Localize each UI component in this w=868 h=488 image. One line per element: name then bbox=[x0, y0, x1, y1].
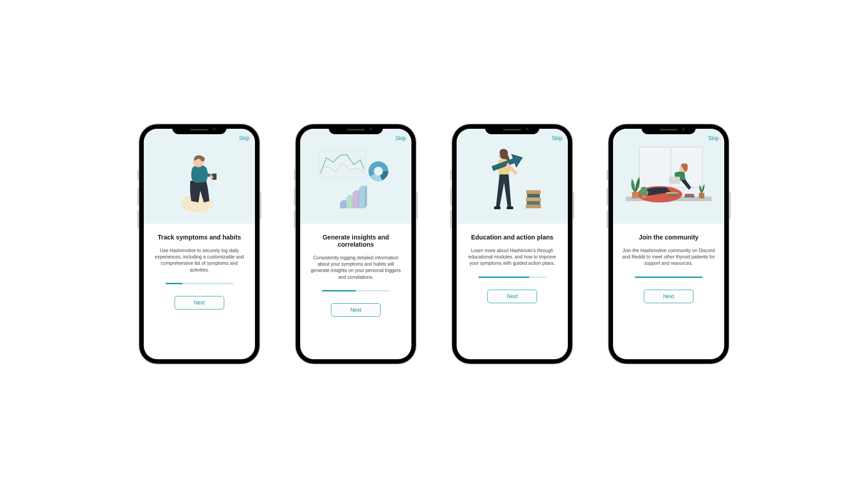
svg-rect-21 bbox=[494, 206, 500, 209]
hero-area: Skip bbox=[613, 129, 724, 224]
svg-point-33 bbox=[640, 187, 647, 196]
onboarding-screen-3: Skip bbox=[457, 129, 568, 359]
illustration-education bbox=[476, 146, 548, 214]
onboarding-screen-4: Skip bbox=[613, 129, 724, 359]
svg-rect-11 bbox=[340, 203, 345, 208]
content-area: Generate insights and correlations Consi… bbox=[300, 224, 411, 359]
svg-rect-31 bbox=[632, 192, 638, 198]
next-button[interactable]: Next bbox=[175, 296, 224, 310]
svg-rect-13 bbox=[353, 193, 358, 208]
svg-point-10 bbox=[374, 167, 383, 176]
progress-bar bbox=[165, 283, 233, 284]
skip-button[interactable]: Skip bbox=[708, 135, 719, 141]
svg-rect-39 bbox=[685, 194, 694, 196]
svg-point-4 bbox=[200, 157, 205, 161]
progress-bar bbox=[635, 277, 703, 278]
phone-mockup-1: Skip Track symptoms and habits bbox=[139, 124, 259, 364]
onboarding-description: Learn more about Hashimoto's through edu… bbox=[465, 247, 560, 267]
onboarding-screen-2: Skip bbox=[300, 129, 411, 359]
progress-fill bbox=[478, 277, 529, 278]
svg-rect-14 bbox=[359, 188, 364, 208]
svg-rect-37 bbox=[666, 192, 678, 194]
svg-rect-22 bbox=[507, 206, 513, 209]
svg-rect-30 bbox=[669, 177, 680, 184]
svg-rect-19 bbox=[526, 190, 541, 194]
skip-button[interactable]: Skip bbox=[239, 135, 250, 141]
onboarding-title: Generate insights and correlations bbox=[308, 234, 403, 248]
onboarding-description: Join the Hashimotive community on Discor… bbox=[621, 247, 716, 267]
onboarding-screen-1: Skip Track symptoms and habits bbox=[144, 129, 255, 359]
svg-rect-16 bbox=[527, 201, 540, 205]
content-area: Education and action plans Learn more ab… bbox=[457, 224, 568, 359]
phone-mockup-3: Skip bbox=[452, 124, 572, 364]
hero-area: Skip bbox=[300, 129, 411, 224]
skip-button[interactable]: Skip bbox=[396, 135, 406, 141]
illustration-woman-phone bbox=[172, 149, 226, 212]
hero-area: Skip bbox=[144, 129, 255, 224]
svg-rect-36 bbox=[667, 194, 677, 196]
progress-bar bbox=[322, 290, 390, 291]
phone-mockup-4: Skip bbox=[609, 124, 729, 364]
progress-fill bbox=[635, 277, 703, 278]
svg-rect-38 bbox=[684, 196, 694, 197]
skip-button[interactable]: Skip bbox=[552, 135, 562, 141]
illustration-community bbox=[621, 142, 716, 215]
svg-point-2 bbox=[209, 175, 213, 179]
onboarding-description: Use Hashimotive to securely log daily ex… bbox=[152, 247, 247, 273]
illustration-charts bbox=[315, 146, 396, 214]
svg-rect-12 bbox=[346, 197, 352, 208]
next-button[interactable]: Next bbox=[331, 303, 381, 317]
progress-bar bbox=[478, 277, 546, 278]
svg-rect-17 bbox=[526, 197, 541, 201]
next-button[interactable]: Next bbox=[487, 290, 537, 303]
onboarding-title: Education and action plans bbox=[471, 234, 553, 241]
next-button[interactable]: Next bbox=[644, 290, 693, 303]
phone-mockup-2: Skip bbox=[296, 124, 416, 364]
svg-rect-18 bbox=[527, 194, 540, 197]
progress-fill bbox=[165, 283, 183, 284]
onboarding-title: Track symptoms and habits bbox=[158, 234, 241, 241]
svg-rect-15 bbox=[526, 205, 541, 208]
onboarding-title: Join the community bbox=[639, 234, 698, 241]
hero-area: Skip bbox=[457, 129, 568, 224]
progress-fill bbox=[322, 290, 356, 291]
content-area: Join the community Join the Hashimotive … bbox=[613, 224, 724, 359]
svg-rect-35 bbox=[666, 196, 678, 197]
content-area: Track symptoms and habits Use Hashimotiv… bbox=[144, 224, 255, 359]
onboarding-description: Consistently logging detailed informatio… bbox=[308, 254, 403, 280]
